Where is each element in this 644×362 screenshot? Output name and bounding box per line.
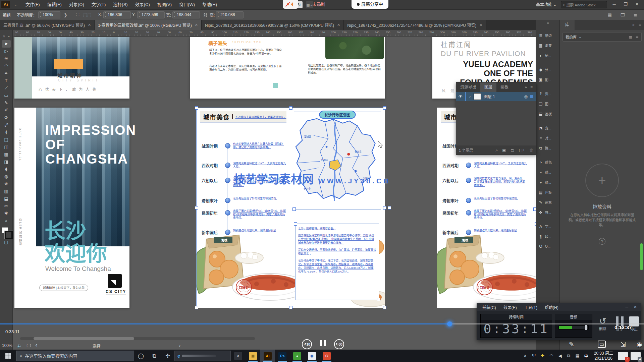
minimize-button[interactable]: ─ xyxy=(608,0,620,9)
graph-tool[interactable]: ▥ xyxy=(2,188,11,195)
brushes-panel[interactable]: ✎画笔 xyxy=(538,200,552,205)
selected-art-indicator[interactable] xyxy=(530,95,533,98)
shrink-arrows-icon[interactable]: ⇲ xyxy=(621,341,626,348)
tab-close-icon[interactable]: ✕ xyxy=(195,23,198,27)
color-panel[interactable]: ◑颜色 xyxy=(538,160,552,165)
document-tab-1[interactable]: 1-宣传用的三折页改版.ai* @ 100% (RGB/GPU 预览)✕ xyxy=(95,19,202,30)
recorder-close[interactable]: ✕ xyxy=(634,305,637,309)
pathfinder-panel[interactable]: ⧉路... xyxy=(538,145,551,150)
dock-expand-icon[interactable]: « xyxy=(536,19,560,25)
width-tool[interactable]: ≬ xyxy=(2,129,11,136)
menu-5[interactable]: 效果(C) xyxy=(131,0,154,9)
progress-handle[interactable] xyxy=(447,321,452,326)
restore-button[interactable]: ❐ xyxy=(620,0,631,9)
asset-export-panel[interactable]: ⤒资... xyxy=(538,91,551,96)
mute-indicator[interactable] xyxy=(283,0,298,9)
library-scrollbar-thumb[interactable] xyxy=(640,243,643,270)
target-circle-icon[interactable]: ◎ xyxy=(524,94,528,99)
layers-panel-icon[interactable]: ❏图... xyxy=(538,101,551,106)
cortana-icon[interactable]: ◯ xyxy=(134,350,148,362)
taskbar-search-app[interactable]: ⌕ xyxy=(231,350,246,362)
new-sublayer-icon[interactable]: 🗀 xyxy=(511,148,515,153)
selection-handle-extra[interactable] xyxy=(388,206,391,209)
volume-icon[interactable]: ◀ xyxy=(556,353,565,359)
back-arrow-icon[interactable]: ← xyxy=(10,0,22,9)
slice-tool[interactable]: ✂ xyxy=(2,202,11,210)
link-icon[interactable]: ⧉ xyxy=(565,353,573,359)
status-chevron-icon[interactable]: › xyxy=(179,343,180,348)
selection-tool[interactable]: ➤ xyxy=(2,40,11,48)
swatches-panel[interactable]: ▤色板 xyxy=(538,190,552,195)
selection-handle[interactable] xyxy=(195,206,198,209)
selection-handle[interactable] xyxy=(289,306,292,309)
symbol-sprayer-tool[interactable]: ❋ xyxy=(2,180,11,188)
taskbar-browser-green[interactable]: ● xyxy=(290,350,305,362)
speaker-icon[interactable]: 🔈 xyxy=(17,343,22,348)
layer-row[interactable]: 👁 › 图层 1 ◎ xyxy=(456,92,536,101)
help-icon[interactable]: ? xyxy=(599,238,605,245)
video-progress-bar[interactable] xyxy=(0,323,644,324)
touch-keyboard-icon[interactable]: ▦ xyxy=(573,353,582,359)
tab-close-icon[interactable]: ✕ xyxy=(479,23,482,27)
toolbar-close-icon[interactable]: ✕ xyxy=(3,35,5,38)
color-guide-panel[interactable]: ◒颜... xyxy=(538,170,551,175)
scale-tool[interactable]: ⤢ xyxy=(2,121,11,129)
horizontal-scrollbar[interactable] xyxy=(20,337,255,340)
taskbar-search-input[interactable]: ⌕ 在这里输入你要搜索的内容 xyxy=(16,351,134,361)
recorder-menu-3[interactable]: 帮助(H) xyxy=(541,304,562,310)
list-view-icon[interactable]: ≣ xyxy=(636,35,639,39)
screen-mode-icon[interactable]: ▢ xyxy=(2,239,11,246)
panel-grid-icon[interactable]: ▦ xyxy=(608,12,612,17)
opentype-panel[interactable]: OO... xyxy=(538,244,550,249)
microphone-icon[interactable]: Ψ xyxy=(530,353,538,359)
graphic-styles-panel[interactable]: ▣图... xyxy=(538,77,551,82)
transform-panel[interactable]: ⬔变... xyxy=(538,125,551,130)
notes-app-icon[interactable]: 4 xyxy=(631,352,641,360)
recorder-menu-2[interactable]: 工具(T) xyxy=(521,304,541,310)
selection-handle[interactable] xyxy=(383,106,386,110)
transparency-panel[interactable]: ◐透... xyxy=(538,53,551,58)
locate-object-icon[interactable]: ⌕ xyxy=(496,148,498,153)
line-tool[interactable]: ⟋ xyxy=(2,84,11,92)
menu-2[interactable]: 对象(O) xyxy=(65,0,88,9)
pen-tool[interactable]: ✒ xyxy=(2,70,11,77)
layer-thumbnail[interactable] xyxy=(474,93,481,100)
pencil-tool[interactable]: ✐ xyxy=(2,107,11,114)
menu-0[interactable]: 文件(F) xyxy=(22,0,44,9)
monitor-icon[interactable]: 🖵 xyxy=(27,343,31,348)
menu-8[interactable]: 帮助(H) xyxy=(199,0,221,9)
paintbrush-tool[interactable]: ✎ xyxy=(2,99,11,107)
panel-menu-icon[interactable]: ≡ xyxy=(530,85,533,89)
fill-stroke-swatches[interactable] xyxy=(2,227,11,237)
stroke-panel[interactable]: ≣描边 xyxy=(538,33,552,38)
start-button[interactable] xyxy=(5,353,11,359)
close-button[interactable]: ✕ xyxy=(631,0,643,9)
ime-indicator[interactable]: 中 xyxy=(582,353,591,359)
layer-name[interactable]: 图层 1 xyxy=(484,94,495,99)
taskbar-app-blue[interactable]: ◉ xyxy=(305,350,319,362)
grid-view-icon[interactable]: ▦ xyxy=(629,35,632,39)
network-icon[interactable]: ◠ xyxy=(547,353,556,359)
selection-handle[interactable] xyxy=(195,306,198,309)
shape-builder-tool[interactable]: ◫ xyxy=(2,143,11,151)
stock-search-input[interactable]: ⌕搜索 Adobe Stock xyxy=(561,1,607,8)
direct-selection-tool[interactable]: ▷ xyxy=(2,48,11,55)
taskbar-explorer[interactable]: ▣ xyxy=(246,350,260,362)
canvas[interactable]: 9080706050403020100102030405060708090100… xyxy=(12,30,536,350)
task-view-icon[interactable]: ⧉ xyxy=(148,350,161,362)
taskbar-photoshop[interactable]: Ps xyxy=(275,350,290,362)
link-dimensions-icon[interactable]: ⛓ xyxy=(203,12,208,17)
selection-handle[interactable] xyxy=(195,106,198,110)
menu-6[interactable]: 视图(V) xyxy=(154,0,175,9)
character-panel[interactable]: A字... xyxy=(538,224,551,229)
gradient-panel[interactable]: ▩渐变 xyxy=(538,43,552,48)
gradient-tool[interactable]: ◨ xyxy=(2,158,11,166)
pause-video-button[interactable] xyxy=(319,340,327,347)
x-field[interactable]: 196.306 xyxy=(103,11,131,18)
make-mask-icon[interactable]: ▣ xyxy=(502,148,506,153)
panel-menu-icon[interactable]: ≣ xyxy=(634,12,637,17)
opacity-more-icon[interactable]: ❯ xyxy=(64,12,67,17)
symbols-panel[interactable]: ❖符... xyxy=(538,210,551,215)
appearance-panel[interactable]: ◆外... xyxy=(538,67,551,72)
taskbar-camtasia[interactable]: C xyxy=(319,350,334,362)
